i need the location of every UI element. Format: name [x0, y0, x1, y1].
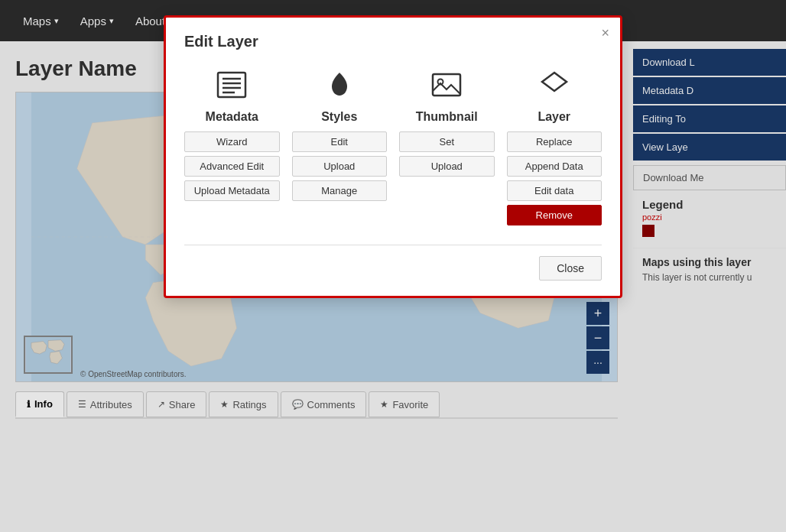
styles-column: Styles Edit Upload Manage: [292, 66, 388, 229]
styles-column-title: Styles: [321, 110, 357, 124]
layer-column: Layer Replace Append Data Edit data Remo…: [507, 66, 602, 229]
layer-remove-button[interactable]: Remove: [507, 205, 602, 225]
layer-edit-data-button[interactable]: Edit data: [507, 180, 602, 201]
upload-metadata-button[interactable]: Upload Metadata: [184, 180, 280, 201]
modal-divider: [184, 245, 602, 245]
metadata-icon: [215, 66, 248, 104]
layer-column-icon: [538, 66, 571, 104]
thumbnail-set-button[interactable]: Set: [399, 131, 495, 152]
wizard-button[interactable]: Wizard: [184, 131, 280, 152]
layer-replace-button[interactable]: Replace: [507, 131, 602, 152]
styles-manage-button[interactable]: Manage: [292, 180, 388, 201]
modal-overlay: Edit Layer × Metadata Wizard Advanced Ed…: [0, 0, 786, 532]
layer-column-title: Layer: [538, 110, 570, 124]
thumbnail-column-icon: [430, 66, 463, 104]
thumbnail-column-title: Thumbnail: [416, 110, 478, 124]
styles-upload-button[interactable]: Upload: [292, 156, 388, 177]
metadata-column: Metadata Wizard Advanced Edit Upload Met…: [184, 66, 280, 229]
modal-title: Edit Layer: [184, 33, 602, 50]
modal-footer: Close: [184, 256, 602, 281]
edit-layer-modal: Edit Layer × Metadata Wizard Advanced Ed…: [164, 15, 622, 298]
modal-close-button[interactable]: ×: [601, 25, 609, 41]
modal-columns-grid: Metadata Wizard Advanced Edit Upload Met…: [184, 66, 602, 229]
svg-rect-8: [433, 74, 460, 96]
advanced-edit-button[interactable]: Advanced Edit: [184, 156, 280, 177]
layer-append-button[interactable]: Append Data: [507, 156, 602, 177]
metadata-column-title: Metadata: [206, 110, 258, 124]
thumbnail-column: Thumbnail Set Upload: [399, 66, 495, 229]
styles-icon: [323, 66, 356, 104]
thumbnail-upload-button[interactable]: Upload: [399, 156, 495, 177]
styles-edit-button[interactable]: Edit: [292, 131, 388, 152]
modal-footer-close-button[interactable]: Close: [539, 256, 602, 281]
